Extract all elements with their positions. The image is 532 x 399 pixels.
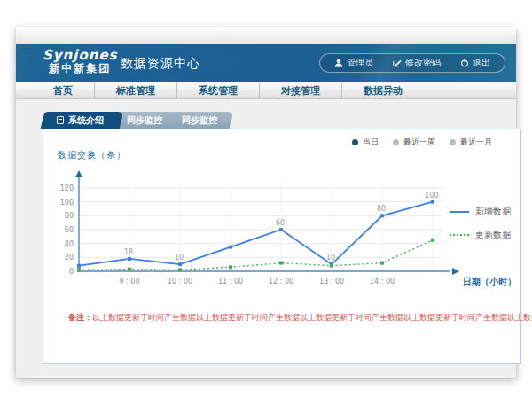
data-point (431, 200, 434, 204)
change-password-button[interactable]: 修改密码 (393, 57, 441, 69)
page-title: 数据资源中心 (121, 56, 200, 72)
data-point (128, 268, 131, 271)
x-tick-label: 14 : 00 (370, 278, 395, 286)
tab-sync-monitor-1-label: 同步监控 (127, 112, 162, 129)
footnote: 备注：以上数据更新于时间产生数据以上数据更新于时间产生数据以上数据更新于时间产生… (68, 312, 532, 324)
y-axis-title: 数据交换（条） (58, 149, 126, 161)
nav-item-interface-mgmt[interactable]: 对接管理 (260, 82, 342, 98)
tab-system-intro-label: 系统介绍 (68, 115, 104, 125)
radio-today-label: 当日 (363, 137, 379, 148)
data-point-label: 100 (425, 192, 438, 200)
tab-system-intro[interactable]: 系统介绍 (41, 112, 124, 129)
y-tick-label: 20 (65, 254, 74, 262)
brand-logo-text: Synjones (43, 48, 118, 63)
data-point-label: 80 (377, 205, 386, 213)
legend-updated-data-label: 更新数据 (475, 229, 511, 241)
data-point (279, 228, 283, 231)
data-point (229, 265, 232, 269)
legend-item-updated-data: 更新数据 (450, 229, 511, 241)
x-tick-label: 12 : 00 (269, 278, 293, 286)
radio-unselected-icon (450, 139, 456, 145)
y-tick-label: 40 (65, 240, 74, 248)
logout-button[interactable]: 退出 (460, 57, 490, 69)
main-nav: 首页 标准管理 系统管理 对接管理 数据异动 (16, 82, 516, 99)
edit-icon (393, 59, 402, 67)
y-axis-arrow (75, 170, 82, 177)
legend-item-new-data: 新增数据 (450, 206, 511, 218)
time-range-radios: 当日 最近一周 最近一月 (352, 137, 492, 148)
data-point (229, 246, 232, 249)
data-point-label: 10 (175, 254, 184, 262)
tab-bar: 系统介绍 同步监控 同步监控 (43, 112, 224, 129)
app-window: Synjones 新中新集团 数据资源中心 管理员 修改密码 退出 首页 标准管… (16, 27, 516, 378)
data-point-label: 60 (276, 219, 285, 227)
app-header: Synjones 新中新集团 数据资源中心 管理员 修改密码 退出 (16, 44, 516, 82)
tab-sync-monitor-2-label: 同步监控 (182, 112, 217, 129)
data-point (380, 262, 384, 265)
radio-selected-icon (352, 139, 358, 145)
nav-item-home[interactable]: 首页 (32, 82, 95, 98)
brand-logo: Synjones 新中新集团 (43, 48, 118, 74)
nav-item-data-change[interactable]: 数据异动 (342, 82, 424, 98)
radio-last-month-label: 最近一月 (460, 137, 492, 148)
data-point (128, 257, 131, 261)
data-point (178, 268, 182, 271)
data-point (279, 262, 283, 265)
radio-last-week[interactable]: 最近一周 (393, 137, 435, 148)
tab-sync-monitor-2[interactable]: 同步监控 (168, 112, 234, 129)
legend-new-data-label: 新增数据 (475, 206, 511, 218)
footnote-prefix: 备注： (68, 313, 92, 322)
legend-line-swatch-green (450, 234, 469, 236)
data-point-label: 10 (326, 254, 335, 262)
brand-logo-subtext: 新中新集团 (43, 63, 118, 74)
radio-today[interactable]: 当日 (352, 137, 379, 148)
x-axis-arrow (452, 268, 459, 275)
nav-item-standard-mgmt[interactable]: 标准管理 (95, 82, 177, 98)
x-tick-label: 11 : 00 (218, 278, 243, 286)
x-tick-label: 10 : 00 (168, 278, 192, 286)
radio-last-week-label: 最近一周 (403, 137, 435, 148)
data-point (330, 264, 333, 268)
y-tick-label: 80 (65, 212, 74, 220)
user-icon (334, 59, 343, 67)
data-point (380, 214, 384, 217)
user-actions-group: 管理员 修改密码 退出 (319, 53, 505, 73)
data-point (77, 268, 81, 271)
window-top-strip (16, 27, 516, 44)
y-tick-label: 120 (60, 184, 74, 192)
admin-user-label: 管理员 (347, 57, 373, 69)
chart-legend: 新增数据 更新数据 (450, 206, 511, 241)
legend-line-swatch-blue (450, 211, 469, 213)
change-password-label: 修改密码 (405, 57, 441, 69)
footnote-text: 以上数据更新于时间产生数据以上数据更新于时间产生数据以上数据更新于时间产生数据以… (92, 313, 532, 322)
nav-item-system-mgmt[interactable]: 系统管理 (177, 82, 260, 98)
data-point (431, 239, 434, 242)
y-tick-label: 0 (69, 268, 74, 276)
document-icon (57, 116, 64, 124)
x-axis-title: 日期（小时） (463, 277, 516, 286)
y-tick-label: 100 (60, 199, 74, 207)
radio-last-month[interactable]: 最近一月 (450, 137, 492, 148)
data-point (178, 262, 182, 266)
chart-panel: 当日 最近一周 最近一月 数据交换（条） 0204060801001209 : … (43, 129, 521, 364)
x-tick-label: 9 : 00 (119, 278, 139, 286)
admin-user-button[interactable]: 管理员 (334, 57, 373, 69)
data-point (77, 264, 81, 268)
data-point-label: 18 (124, 248, 133, 256)
logout-label: 退出 (473, 57, 490, 69)
y-tick-label: 60 (65, 226, 74, 234)
power-icon (460, 59, 469, 67)
radio-unselected-icon (393, 139, 399, 145)
x-tick-label: 13 : 00 (319, 278, 344, 286)
